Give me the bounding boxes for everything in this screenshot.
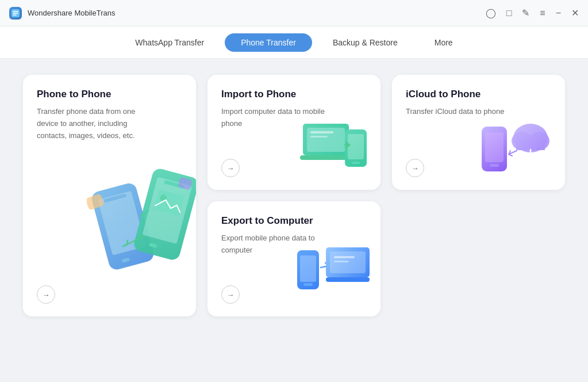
card-icloud-arrow[interactable]: →: [406, 159, 424, 177]
app-logo: [9, 7, 22, 20]
svg-rect-36: [334, 261, 349, 262]
card-export-title: Export to Computer: [221, 215, 367, 227]
nav-whatsapp[interactable]: WhatsApp Transfer: [119, 33, 220, 52]
profile-icon[interactable]: ◯: [486, 7, 496, 18]
card-phone-to-phone[interactable]: Phone to Phone Transfer phone data from …: [23, 75, 196, 316]
phone-to-phone-illustration: [87, 150, 196, 282]
nav-more[interactable]: More: [418, 33, 469, 52]
card-import-to-phone[interactable]: Import to Phone Import computer data to …: [207, 75, 381, 190]
card-import-title: Import to Phone: [221, 89, 367, 100]
minimize-icon[interactable]: −: [556, 8, 561, 18]
window-controls: ◯ □ ✎ ≡ − ✕: [486, 7, 579, 18]
svg-rect-28: [490, 164, 499, 167]
svg-rect-20: [352, 162, 360, 164]
card-export-arrow[interactable]: →: [221, 285, 240, 304]
cards-grid: Phone to Phone Transfer phone data from …: [23, 75, 565, 316]
nav-bar: WhatsApp Transfer Phone Transfer Backup …: [0, 26, 588, 59]
svg-rect-34: [326, 277, 370, 282]
app-title: Wondershare MobileTrans: [28, 9, 486, 17]
nav-backup[interactable]: Backup & Restore: [317, 33, 414, 52]
svg-rect-30: [300, 255, 316, 282]
card-phone-to-phone-desc: Transfer phone data from one device to a…: [37, 106, 152, 142]
card-import-arrow[interactable]: →: [221, 159, 240, 177]
svg-rect-35: [334, 256, 355, 258]
menu-icon[interactable]: ≡: [540, 8, 545, 18]
svg-rect-17: [310, 136, 328, 137]
card-icloud-to-phone[interactable]: iCloud to Phone Transfer iCloud data to …: [392, 75, 565, 190]
window-icon[interactable]: □: [506, 8, 512, 18]
edit-icon[interactable]: ✎: [522, 7, 529, 18]
svg-rect-24: [516, 140, 545, 150]
nav-phone[interactable]: Phone Transfer: [225, 33, 312, 52]
import-illustration: [294, 115, 375, 184]
export-illustration: [294, 242, 375, 311]
card-phone-to-phone-arrow[interactable]: →: [37, 285, 55, 304]
card-export-to-computer[interactable]: Export to Computer Export mobile phone d…: [207, 201, 381, 316]
card-icloud-title: iCloud to Phone: [406, 89, 551, 100]
icloud-illustration: [479, 115, 559, 184]
main-content: Phone to Phone Transfer phone data from …: [0, 59, 588, 382]
svg-rect-16: [310, 131, 333, 133]
card-phone-to-phone-title: Phone to Phone: [37, 89, 182, 100]
titlebar: Wondershare MobileTrans ◯ □ ✎ ≡ − ✕: [0, 0, 588, 26]
svg-rect-19: [348, 134, 364, 159]
close-icon[interactable]: ✕: [571, 7, 579, 18]
svg-rect-27: [485, 132, 504, 162]
svg-rect-15: [300, 155, 352, 160]
svg-rect-31: [303, 283, 313, 286]
